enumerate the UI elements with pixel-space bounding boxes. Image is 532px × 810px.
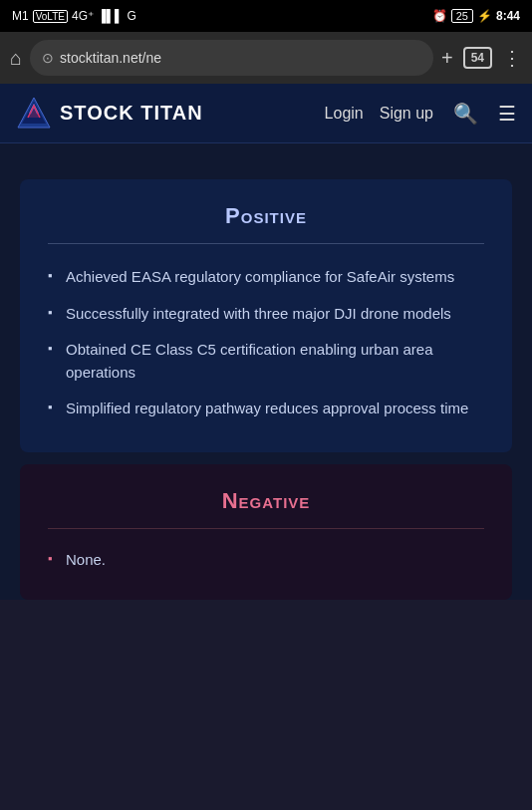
main-content: Positive Achieved EASA regulatory compli… — [0, 143, 532, 600]
browser-actions: + 54 ⋮ — [441, 46, 522, 70]
negative-divider — [48, 528, 484, 529]
positive-title: Positive — [48, 203, 484, 229]
list-item: Successfully integrated with three major… — [48, 303, 484, 326]
browser-chrome: ⌂ ⊙ stocktitan.net/ne + 54 ⋮ — [0, 32, 532, 84]
status-right: ⏰ 25 ⚡ 8:44 — [432, 9, 520, 23]
nav-links: Login Sign up 🔍 ☰ — [325, 102, 516, 126]
positive-bullet-list: Achieved EASA regulatory compliance for … — [48, 266, 484, 420]
network-label: 4G⁺ — [72, 9, 94, 23]
signup-button[interactable]: Sign up — [380, 105, 433, 123]
list-item: Obtained CE Class C5 certification enabl… — [48, 339, 484, 384]
new-tab-button[interactable]: + — [441, 47, 453, 70]
g-icon: G — [127, 9, 135, 23]
positive-card: Positive Achieved EASA regulatory compli… — [20, 179, 512, 452]
negative-title: Negative — [48, 488, 484, 514]
login-button[interactable]: Login — [325, 105, 364, 123]
browser-menu-button[interactable]: ⋮ — [502, 46, 522, 70]
tab-count-badge[interactable]: 54 — [463, 47, 492, 69]
url-bar[interactable]: ⊙ stocktitan.net/ne — [30, 40, 433, 76]
status-bar: M1 VoLTE 4G⁺ ▐▌▌ G ⏰ 25 ⚡ 8:44 — [0, 0, 532, 32]
search-icon[interactable]: 🔍 — [453, 102, 478, 126]
positive-divider — [48, 243, 484, 244]
charging-icon: ⚡ — [477, 9, 492, 23]
url-text: stocktitan.net/ne — [60, 50, 421, 66]
logo-text: STOCK TITAN — [60, 102, 203, 125]
signal-icon: ▐▌▌ — [98, 9, 124, 23]
logo-icon — [16, 96, 52, 132]
carrier-label: M1 — [12, 9, 29, 23]
negative-card: Negative None. — [20, 464, 512, 600]
menu-icon[interactable]: ☰ — [498, 102, 516, 126]
battery-label: 25 — [451, 9, 473, 23]
site-logo: STOCK TITAN — [16, 96, 325, 132]
list-item: Simplified regulatory pathway reduces ap… — [48, 398, 484, 420]
alarm-icon: ⏰ — [432, 9, 447, 23]
url-security-icon: ⊙ — [42, 50, 54, 66]
time-label: 8:44 — [496, 9, 520, 23]
status-left: M1 VoLTE 4G⁺ ▐▌▌ G — [12, 9, 136, 23]
negative-none-text: None. — [48, 551, 484, 568]
volte-label: VoLTE — [33, 10, 68, 23]
list-item: Achieved EASA regulatory compliance for … — [48, 266, 484, 289]
nav-bar: STOCK TITAN Login Sign up 🔍 ☰ — [0, 84, 532, 143]
home-button[interactable]: ⌂ — [10, 47, 22, 70]
